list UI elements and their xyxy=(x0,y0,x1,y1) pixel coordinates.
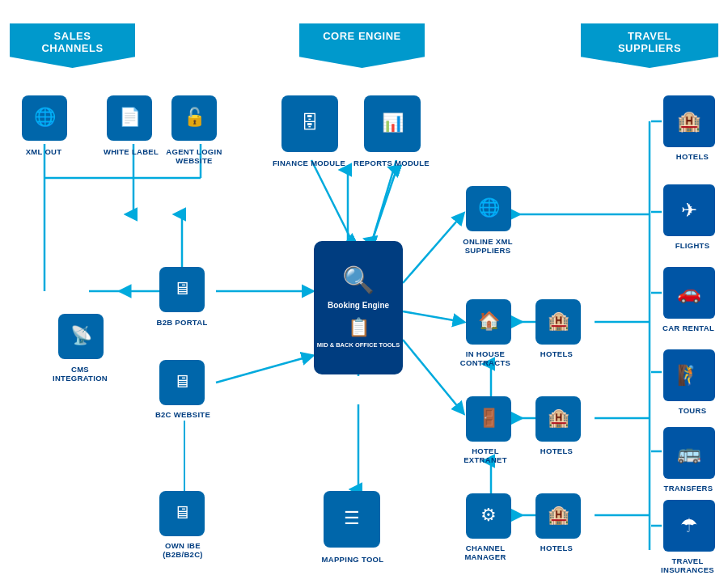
hotels-mid3-icon: 🏨 xyxy=(548,506,569,524)
tours-supplier-box[interactable]: 🧗 xyxy=(663,349,715,401)
flights-supplier-box[interactable]: ✈ xyxy=(663,184,715,236)
xml-out-label: XML OUT xyxy=(8,147,79,156)
finance-module-label: FINANCE MODULE xyxy=(267,159,351,167)
car-rental-supplier-label: CAR RENTAL xyxy=(654,324,723,332)
svg-line-15 xyxy=(372,160,396,241)
hotels-mid2-icon: 🏨 xyxy=(548,409,569,427)
hotels-mid1-label: HOTELS xyxy=(527,349,586,358)
core-engine-banner: CORE ENGINE xyxy=(299,23,425,68)
hotel-extranet-box[interactable]: 🚪 xyxy=(466,396,511,442)
channel-manager-box[interactable]: ⚙ xyxy=(466,493,511,539)
svg-line-13 xyxy=(216,356,311,383)
travel-insurances-supplier-icon: ☂ xyxy=(680,514,698,537)
channel-manager-label: CHANNEL MANAGER xyxy=(450,544,521,562)
travel-insurances-supplier-label: TRAVEL INSURANCES xyxy=(650,556,725,575)
booking-engine-label: Booking Engine xyxy=(328,300,389,311)
hotel-extranet-icon: 🚪 xyxy=(478,409,500,427)
svg-line-19 xyxy=(403,311,463,322)
hotels-supplier-label: HOTELS xyxy=(663,152,722,161)
mapping-tool-label: MAPPING TOOL xyxy=(309,555,396,564)
hotels-supplier-icon: 🏨 xyxy=(677,110,701,133)
xml-out-box[interactable]: 🌐 xyxy=(22,95,67,141)
mid-back-label: MID & BACK OFFICE TOOLS xyxy=(317,341,400,349)
hotels-mid2-box[interactable]: 🏨 xyxy=(535,396,581,442)
diagram-container: { "banners": { "sales": "SALES CHANNELS"… xyxy=(0,0,728,588)
booking-engine-search-icon: 🔍 xyxy=(342,267,375,293)
white-label-icon: 📄 xyxy=(119,108,141,126)
in-house-contracts-box[interactable]: 🏠 xyxy=(466,299,511,345)
sales-channels-banner: SALES CHANNELS xyxy=(10,23,135,68)
own-ibe-box[interactable]: 🖥 xyxy=(159,491,205,536)
flights-supplier-label: FLIGHTS xyxy=(663,241,722,250)
svg-line-17 xyxy=(372,170,396,241)
travel-insurances-supplier-box[interactable]: ☂ xyxy=(663,500,715,552)
core-engine-label: CORE ENGINE xyxy=(323,30,401,42)
car-rental-supplier-icon: 🚗 xyxy=(677,281,701,304)
transfers-supplier-box[interactable]: 🚌 xyxy=(663,427,715,479)
own-ibe-icon: 🖥 xyxy=(173,504,191,522)
agent-login-label: AGENT LOGIN WEBSITE xyxy=(159,147,230,166)
b2c-icon: 🖥 xyxy=(173,373,191,391)
finance-module-box[interactable]: 🗄 xyxy=(281,95,338,152)
mapping-tool-box[interactable]: ☰ xyxy=(324,491,380,548)
in-house-contracts-label: IN HOUSE CONTRACTS xyxy=(450,349,521,368)
reports-module-box[interactable]: 📊 xyxy=(364,95,421,152)
agent-login-box[interactable]: 🔓 xyxy=(171,95,217,141)
online-xml-icon: 🌐 xyxy=(478,199,500,217)
online-xml-box[interactable]: 🌐 xyxy=(466,186,511,231)
tours-supplier-label: TOURS xyxy=(663,406,722,415)
mapping-tool-icon: ☰ xyxy=(344,510,360,527)
reports-icon: 📊 xyxy=(382,114,404,132)
hotels-mid2-label: HOTELS xyxy=(527,446,586,455)
transfers-supplier-label: TRANSFERS xyxy=(654,484,723,493)
online-xml-label: ONLINE XML SUPPLIERS xyxy=(451,237,524,256)
channel-manager-icon: ⚙ xyxy=(480,506,497,524)
in-house-icon: 🏠 xyxy=(478,312,500,330)
travel-suppliers-banner: TRAVEL SUPPLIERS xyxy=(581,23,718,68)
tours-supplier-icon: 🧗 xyxy=(677,364,701,387)
hotels-mid1-icon: 🏨 xyxy=(548,312,569,330)
b2c-website-label: B2C WEBSITE xyxy=(149,410,217,419)
white-label-box[interactable]: 📄 xyxy=(107,95,152,141)
hotels-mid3-label: HOTELS xyxy=(527,544,586,552)
hotels-supplier-box[interactable]: 🏨 xyxy=(663,95,715,147)
svg-line-14 xyxy=(311,160,352,241)
travel-suppliers-label: TRAVEL SUPPLIERS xyxy=(618,30,681,54)
cms-integration-label: CMS INTEGRATION xyxy=(45,365,115,383)
finance-icon: 🗄 xyxy=(301,114,319,132)
booking-engine-checklist-icon: 📋 xyxy=(348,317,370,338)
hotel-extranet-label: HOTEL EXTRANET xyxy=(450,446,521,465)
hotels-mid1-box[interactable]: 🏨 xyxy=(535,299,581,345)
b2b-portal-label: B2B PORTAL xyxy=(150,318,214,327)
own-ibe-label: OWN IBE (B2B/B2C) xyxy=(144,541,222,560)
booking-engine-box[interactable]: 🔍 Booking Engine 📋 MID & BACK OFFICE TOO… xyxy=(314,241,403,374)
cms-integration-box[interactable]: 📡 xyxy=(58,314,104,359)
b2b-portal-icon: 🖥 xyxy=(173,280,191,298)
b2b-portal-box[interactable]: 🖥 xyxy=(159,267,205,312)
reports-module-label: REPORTS MODULE xyxy=(349,159,434,167)
xml-out-icon: 🌐 xyxy=(34,108,56,126)
cms-icon: 📡 xyxy=(70,327,92,345)
white-label-label: WHITE LABEL xyxy=(95,147,167,156)
flights-supplier-icon: ✈ xyxy=(681,199,697,222)
b2c-website-box[interactable]: 🖥 xyxy=(159,360,205,405)
transfers-supplier-icon: 🚌 xyxy=(677,442,701,464)
car-rental-supplier-box[interactable]: 🚗 xyxy=(663,267,715,319)
hotels-mid3-box[interactable]: 🏨 xyxy=(535,493,581,539)
sales-channels-label: SALES CHANNELS xyxy=(41,30,103,54)
agent-login-icon: 🔓 xyxy=(184,108,205,126)
